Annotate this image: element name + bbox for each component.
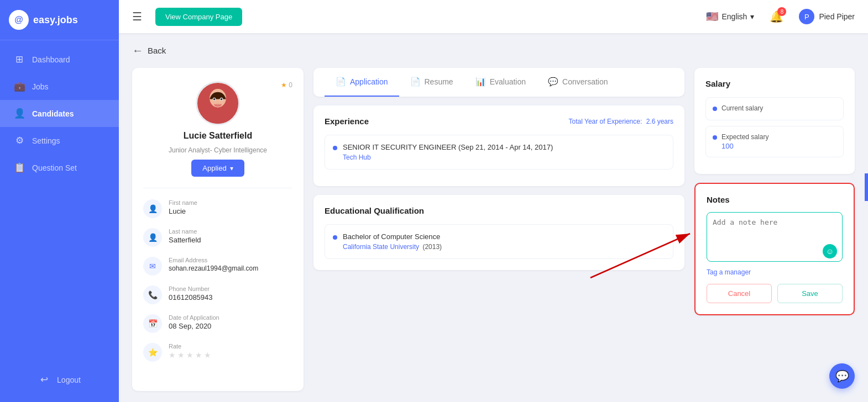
tab-evaluation[interactable]: 📊 Evaluation <box>464 68 537 97</box>
candidate-name: Lucie Satterfield <box>184 131 252 141</box>
sidebar-item-candidates[interactable]: 👤 Candidates <box>0 100 119 127</box>
candidate-card: ★ 0 <box>132 68 304 391</box>
back-label: Back <box>148 46 166 55</box>
flag-icon: 🇺🇸 <box>706 10 718 23</box>
notification-badge: 8 <box>777 7 786 16</box>
education-item: Bachelor of Computer Science California … <box>325 224 673 259</box>
sidebar-bottom: ↩ Logout <box>25 357 94 402</box>
language-selector[interactable]: 🇺🇸 English ▾ <box>706 10 754 23</box>
field-label: First name <box>169 199 197 206</box>
view-company-button[interactable]: View Company Page <box>155 8 242 26</box>
sidebar-item-settings[interactable]: ⚙ Settings <box>0 127 119 154</box>
topbar: ☰ View Company Page 🇺🇸 English ▾ 🔔 8 P P… <box>119 0 868 33</box>
svg-point-6 <box>213 98 216 100</box>
back-button[interactable]: ← Back <box>132 44 855 57</box>
salary-dot-icon <box>713 107 717 111</box>
tag-manager-link[interactable]: Tag a manager <box>707 268 843 276</box>
right-panel: Salary Current salary Expected salary 10… <box>694 68 855 391</box>
save-button[interactable]: Save <box>777 284 843 303</box>
sidebar: @ easy.jobs ⊞ Dashboard 💼 Jobs 👤 Candida… <box>0 0 119 402</box>
company-name: Pied Piper <box>819 12 855 21</box>
main-content: ☰ View Company Page 🇺🇸 English ▾ 🔔 8 P P… <box>119 0 868 402</box>
conversation-tab-icon: 💬 <box>548 77 558 87</box>
star-icon: ★ <box>281 81 287 89</box>
salary-item-current: Current salary <box>705 97 844 120</box>
sidebar-item-label: Settings <box>32 136 60 145</box>
field-label: Date of Application <box>169 314 219 321</box>
field-label: Rate <box>169 343 211 350</box>
notes-textarea[interactable] <box>707 212 843 262</box>
sidebar-item-label: Candidates <box>32 109 74 118</box>
education-header: Educational Qualification <box>325 206 673 215</box>
candidate-title: Junior Analyst- Cyber Intelligence <box>169 146 267 154</box>
salary-dot-icon <box>713 135 717 140</box>
sidebar-nav: ⊞ Dashboard 💼 Jobs 👤 Candidates ⚙ Settin… <box>0 40 119 357</box>
candidate-avatar <box>196 81 240 125</box>
feedback-tab[interactable]: Feedback <box>865 173 868 201</box>
star-icon: ⭐ <box>143 343 162 362</box>
star-2[interactable]: ★ <box>177 351 185 359</box>
field-value: 08 Sep, 2020 <box>169 322 219 330</box>
edu-dot-icon <box>333 235 337 240</box>
center-panel: 📄 Application 📄 Resume 📊 Evaluation 💬 Co… <box>313 68 684 391</box>
language-label: English <box>721 12 747 21</box>
star-1[interactable]: ★ <box>169 351 176 359</box>
sidebar-item-label: Dashboard <box>32 55 70 64</box>
star-rating: ★ ★ ★ ★ ★ <box>169 351 211 359</box>
logout-button[interactable]: ↩ Logout <box>38 366 81 393</box>
exp-dot-icon <box>333 146 337 150</box>
person-icon: 👤 <box>143 228 162 247</box>
edu-degree: Bachelor of Computer Science <box>343 232 442 241</box>
info-list: 👤 First name Lucie 👤 Last name Satterfie… <box>143 199 292 362</box>
application-tab-icon: 📄 <box>336 77 346 87</box>
logout-label: Logout <box>57 375 81 384</box>
salary-value: 100 <box>721 142 768 150</box>
tab-application[interactable]: 📄 Application <box>325 68 399 97</box>
star-4[interactable]: ★ <box>195 351 202 359</box>
notes-title: Notes <box>707 195 843 204</box>
salary-label: Expected salary <box>721 133 768 141</box>
tab-bar: 📄 Application 📄 Resume 📊 Evaluation 💬 Co… <box>313 68 684 97</box>
notes-input-wrapper: ☺ <box>707 212 843 264</box>
notification-button[interactable]: 🔔 8 <box>770 10 783 23</box>
field-value: Satterfield <box>169 236 201 244</box>
edu-school[interactable]: California State University (2013) <box>343 243 442 251</box>
exp-title: SENIOR IT SECURITY ENGINEER (Sep 21, 201… <box>343 143 553 151</box>
company-selector[interactable]: P Pied Piper <box>799 9 855 24</box>
salary-title: Salary <box>705 79 844 88</box>
exp-company[interactable]: Tech Hub <box>343 154 553 161</box>
tab-resume-label: Resume <box>425 77 453 86</box>
field-value: Lucie <box>169 207 197 215</box>
emoji-button[interactable]: ☺ <box>823 244 837 258</box>
menu-icon[interactable]: ☰ <box>132 10 142 23</box>
experience-title: Experience <box>325 117 369 126</box>
info-item-firstname: 👤 First name Lucie <box>143 199 292 218</box>
status-button[interactable]: Applied ▾ <box>191 160 244 177</box>
sidebar-item-jobs[interactable]: 💼 Jobs <box>0 73 119 100</box>
logo-text: easy.jobs <box>33 14 78 26</box>
page-content: ← Back ★ 0 <box>119 33 868 402</box>
info-item-rate: ⭐ Rate ★ ★ ★ ★ ★ <box>143 343 292 362</box>
chat-fab-button[interactable]: 💬 <box>829 363 855 389</box>
logout-icon: ↩ <box>38 374 50 385</box>
star-3[interactable]: ★ <box>186 351 194 359</box>
sidebar-item-question-set[interactable]: 📋 Question Set <box>0 154 119 181</box>
experience-section: Experience Total Year of Experience: 2.6… <box>313 105 684 186</box>
sidebar-logo: @ easy.jobs <box>0 0 119 40</box>
tab-conversation-label: Conversation <box>562 77 608 86</box>
tab-conversation[interactable]: 💬 Conversation <box>537 68 619 97</box>
resume-tab-icon: 📄 <box>410 77 421 87</box>
logo-icon: @ <box>9 10 29 30</box>
field-value: 01612085943 <box>169 293 213 302</box>
info-item-doa: 📅 Date of Application 08 Sep, 2020 <box>143 314 292 333</box>
star-5[interactable]: ★ <box>204 351 211 359</box>
candidate-header: ★ 0 <box>143 81 292 188</box>
sidebar-item-dashboard[interactable]: ⊞ Dashboard <box>0 46 119 73</box>
sidebar-item-label: Question Set <box>32 163 77 172</box>
chevron-down-icon: ▾ <box>230 165 233 172</box>
content-body: ★ 0 <box>132 68 855 391</box>
tab-resume[interactable]: 📄 Resume <box>399 68 464 97</box>
cancel-button[interactable]: Cancel <box>707 284 772 303</box>
home-icon: ⊞ <box>13 54 25 65</box>
question-icon: 📋 <box>13 162 25 173</box>
